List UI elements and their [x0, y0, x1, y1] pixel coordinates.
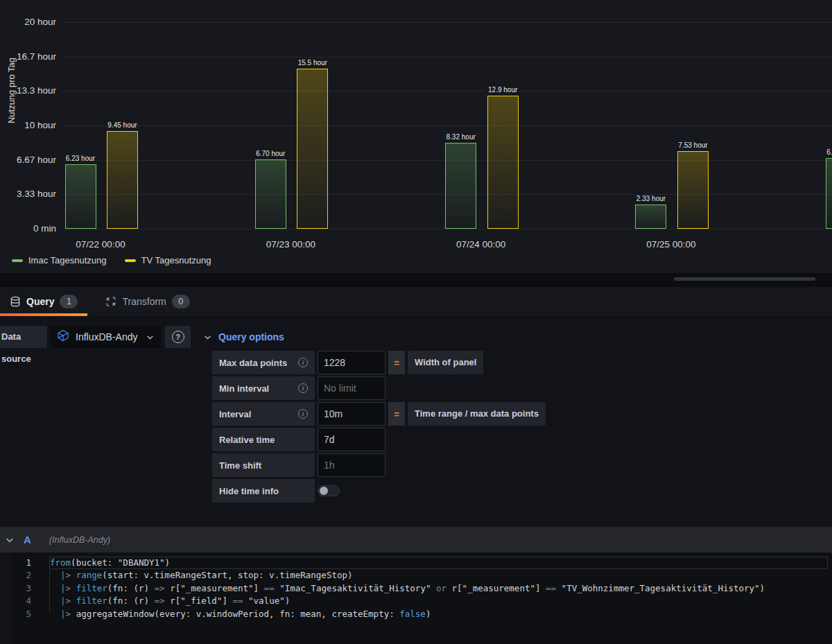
equals-badge: = [388, 402, 405, 426]
info-icon[interactable]: i [298, 409, 308, 419]
transform-icon [105, 296, 116, 307]
hide-time-info-toggle[interactable] [318, 485, 340, 496]
legend-label: TV Tagesnutzung [141, 255, 211, 266]
legend-label: Imac Tagesnutzung [28, 255, 107, 266]
x-axis-tick-label: 07/23 00:00 [242, 239, 339, 250]
legend-swatch-green [12, 259, 23, 262]
y-axis-tick-label: 0 min [0, 223, 56, 234]
gridline [61, 57, 832, 58]
query-toolbar: Data source InfluxDB-Andy ? Query option… [0, 326, 832, 348]
option-row-time-shift: Time shift1h [212, 453, 385, 477]
chevron-down-icon [204, 333, 211, 341]
y-axis-tick-label: 20 hour [0, 17, 56, 28]
bar-imac [255, 159, 286, 229]
tab-transform[interactable]: Transform 0 [96, 287, 199, 316]
y-axis-tick-label: 16.7 hour [0, 51, 56, 62]
legend-item-imac[interactable]: Imac Tagesnutzung [12, 255, 107, 266]
bar-imac [635, 204, 666, 229]
datasource-value: InfluxDB-Andy [76, 331, 140, 342]
active-tab-underline [0, 313, 87, 316]
bar-value-label: 9.45 hour [107, 121, 137, 129]
code-text: |> aggregateWindow(every: v.windowPeriod… [50, 608, 832, 620]
option-row-min-interval: Min intervaliNo limit [212, 376, 385, 400]
option-label-text: Min interval [219, 383, 298, 394]
line-number: 2 [12, 569, 31, 582]
gridline [61, 91, 832, 92]
chevron-down-icon [146, 333, 154, 341]
tab-query[interactable]: Query 1 [0, 287, 87, 316]
bar-value-label: 7.53 hour [678, 141, 707, 149]
query-datasource-hint: (InfluxDB-Andy) [49, 535, 110, 545]
time-series-bar-chart-panel: Nutzung pro Tag 20 hour16.7 hour13.3 hou… [0, 0, 832, 273]
y-axis-tick-label: 6.67 hour [0, 155, 56, 166]
code-text: |> range(start: v.timeRangeStart, stop: … [50, 569, 832, 582]
chevron-down-icon[interactable] [6, 536, 14, 544]
option-label: Hide time info [212, 479, 315, 503]
option-label: Max data pointsi [212, 351, 315, 374]
y-axis-tick-label: 3.33 hour [0, 189, 56, 200]
option-input[interactable]: 10m [318, 402, 385, 426]
option-label-text: Max data points [219, 358, 298, 368]
code-line-5: 5 |> aggregateWindow(every: v.windowPeri… [12, 608, 832, 620]
code-text: |> filter(fn: (r) => r["_field"] == "val… [50, 595, 832, 607]
query-ref-id: A [24, 534, 31, 546]
grafana-panel-editor: Nutzung pro Tag 20 hour16.7 hour13.3 hou… [0, 0, 832, 644]
datasource-select[interactable]: InfluxDB-Andy [50, 326, 161, 348]
query-row-header[interactable]: A (InfluxDB-Andy) [0, 527, 832, 552]
option-label-text: Relative time [219, 435, 308, 445]
chart-legend: Imac Tagesnutzung TV Tagesnutzung [12, 255, 211, 266]
option-row-interval: Intervali10m=Time range / max data point… [212, 402, 546, 426]
gridline [61, 22, 832, 23]
info-icon[interactable]: i [298, 358, 308, 367]
option-label: Min intervali [212, 376, 315, 400]
flux-code-editor[interactable]: 1from(bucket: "DBANDY1")2 |> range(start… [12, 552, 832, 644]
legend-swatch-yellow [125, 259, 136, 262]
option-description: Width of panel [408, 351, 483, 374]
x-axis-tick-label: 07/25 00:00 [623, 239, 720, 250]
bar-value-label: 2.33 hour [636, 195, 666, 202]
option-input[interactable]: 7d [318, 428, 385, 451]
code-line-2: 2 |> range(start: v.timeRangeStart, stop… [12, 569, 832, 582]
line-number: 5 [12, 608, 31, 620]
query-options-toggle[interactable]: Query options [200, 326, 288, 348]
code-line-3: 3 |> filter(fn: (r) => r["_measurement"]… [12, 582, 832, 595]
info-icon[interactable]: i [298, 383, 308, 393]
gridline [61, 229, 832, 229]
pane-divider [0, 273, 832, 287]
gridline [61, 125, 832, 126]
option-row-relative-time: Relative time7d [212, 428, 385, 451]
influxdb-icon [57, 329, 69, 345]
y-axis-tick-label: 10 hour [0, 120, 56, 131]
option-row-max-data-points: Max data pointsi1228=Width of panel [212, 351, 483, 374]
database-icon [10, 296, 21, 307]
datasource-label: Data source [0, 326, 47, 348]
bar-imac [826, 158, 832, 229]
datasource-help-button[interactable]: ? [165, 326, 191, 348]
toggle-knob [320, 487, 328, 495]
bar-value-label: 6.85 hour [826, 148, 832, 156]
line-number: 4 [12, 595, 31, 607]
option-input[interactable]: 1228 [318, 351, 385, 374]
option-description: Time range / max data points [408, 402, 546, 426]
option-label-text: Interval [219, 409, 298, 419]
pane-resize-handle[interactable] [674, 277, 815, 281]
bar-imac [65, 164, 96, 229]
bar-value-label: 6.70 hour [256, 150, 285, 157]
equals-badge: = [388, 351, 405, 374]
tab-transform-badge: 0 [172, 295, 190, 308]
code-text: |> filter(fn: (r) => r["_measurement"] =… [50, 582, 832, 595]
bar-tv [107, 131, 138, 229]
x-axis-tick-label: 07/24 00:00 [433, 239, 530, 250]
option-label: Time shift [212, 453, 315, 477]
option-label-text: Time shift [219, 460, 308, 471]
option-input[interactable]: 1h [318, 453, 385, 477]
bar-value-label: 15.5 hour [298, 59, 327, 67]
tab-query-label: Query [26, 296, 54, 307]
option-label-text: Hide time info [219, 486, 308, 496]
code-line-1: 1from(bucket: "DBANDY1") [12, 557, 832, 569]
legend-item-tv[interactable]: TV Tagesnutzung [125, 255, 211, 266]
bar-tv [677, 151, 709, 229]
bar-value-label: 6.23 hour [66, 155, 95, 162]
option-label: Intervali [212, 402, 315, 426]
option-input[interactable]: No limit [318, 376, 385, 400]
